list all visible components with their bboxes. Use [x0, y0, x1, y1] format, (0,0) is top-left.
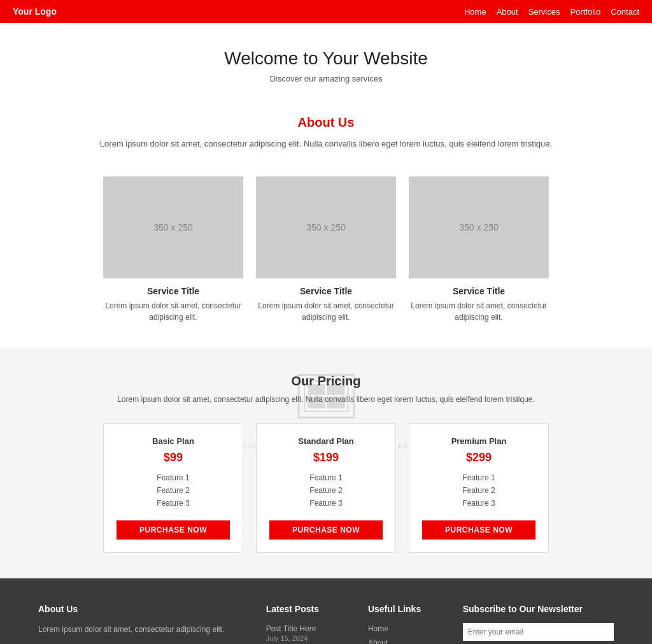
footer-useful-link[interactable]: Home	[368, 624, 388, 633]
plan-name-2: Premium Plan	[422, 436, 535, 446]
plan-name-1: Standard Plan	[269, 436, 383, 446]
pricing-feature: Feature 2	[422, 486, 535, 495]
footer-newsletter: Subscribe to Our Newsletter Subscribe	[463, 604, 614, 644]
nav-link-item[interactable]: Portfolio	[570, 6, 600, 17]
purchase-button-0[interactable]: PURCHASE NOW	[117, 520, 230, 540]
footer: About Us Lorem ipsum dolor sit amet, con…	[0, 578, 652, 644]
footer-posts-list: Post Title Here July 15, 2024 Another Po…	[266, 623, 327, 644]
pricing-grid: Basic Plan $99 Feature 1Feature 2Feature…	[38, 423, 614, 553]
footer-grid: About Us Lorem ipsum dolor sit amet, con…	[38, 604, 614, 644]
footer-about: About Us Lorem ipsum dolor sit amet, con…	[38, 604, 224, 644]
pricing-card: Standard Plan $199 Feature 1Feature 2Fea…	[256, 423, 396, 553]
nav-link[interactable]: About	[497, 7, 518, 17]
footer-links-heading: Useful Links	[368, 604, 421, 614]
nav-link[interactable]: Services	[528, 7, 560, 17]
footer-posts-heading: Latest Posts	[266, 604, 327, 614]
purchase-button-2[interactable]: PURCHASE NOW	[422, 520, 535, 540]
footer-link-item: Home	[368, 623, 421, 633]
nav-link[interactable]: Contact	[611, 7, 639, 17]
pricing-feature: Feature 1	[269, 473, 383, 482]
nav-link-item[interactable]: Services	[528, 6, 560, 17]
pricing-card: Premium Plan $299 Feature 1Feature 2Feat…	[409, 423, 549, 553]
hero-title: Welcome to Your Website	[13, 48, 639, 69]
plan-name-0: Basic Plan	[117, 436, 230, 446]
footer-post-link[interactable]: Post Title Here	[266, 624, 316, 633]
footer-post-item: Post Title Here July 15, 2024	[266, 623, 327, 642]
footer-links: Useful Links HomeAboutServicesContact	[368, 604, 421, 644]
plan-price-0: $99	[117, 451, 230, 464]
footer-about-heading: About Us	[38, 604, 224, 614]
service-card: 350 x 250 Service Title Lorem ipsum dolo…	[409, 176, 549, 323]
service-desc-2: Lorem ipsum dolor sit amet, consectetur …	[409, 300, 549, 323]
services-grid: 350 x 250 Service Title Lorem ipsum dolo…	[0, 164, 652, 348]
navbar: Your Logo HomeAboutServicesPortfolioCont…	[0, 0, 652, 23]
service-title-2: Service Title	[409, 286, 549, 296]
service-image-2: 350 x 250	[409, 176, 549, 278]
pricing-feature: Feature 1	[117, 473, 230, 482]
nav-link-item[interactable]: Home	[464, 6, 486, 17]
pricing-heading: Our Pricing	[38, 374, 614, 389]
about-body: Lorem ipsum dolor sit amet, consectetur …	[38, 138, 614, 151]
pricing-section: .website widgets VIDEOS, STOCK PLUGINS &…	[0, 348, 652, 578]
service-desc-0: Lorem ipsum dolor sit amet, consectetur …	[103, 300, 243, 323]
footer-about-body: Lorem ipsum dolor sit amet, consectetur …	[38, 623, 224, 636]
footer-links-list: HomeAboutServicesContact	[368, 623, 421, 644]
pricing-card: Basic Plan $99 Feature 1Feature 2Feature…	[103, 423, 243, 553]
pricing-feature: Feature 3	[422, 499, 535, 508]
newsletter-email-input[interactable]	[463, 623, 614, 641]
service-title-1: Service Title	[256, 286, 396, 296]
footer-useful-link[interactable]: About	[368, 638, 388, 644]
about-heading: About Us	[38, 115, 614, 130]
service-title-0: Service Title	[103, 286, 243, 296]
nav-link[interactable]: Portfolio	[570, 7, 600, 17]
footer-link-item: About	[368, 637, 421, 644]
purchase-button-1[interactable]: PURCHASE NOW	[269, 520, 383, 540]
footer-posts: Latest Posts Post Title Here July 15, 20…	[266, 604, 327, 644]
hero-section: Welcome to Your Website Discover our ama…	[0, 23, 652, 103]
nav-link[interactable]: Home	[464, 7, 486, 17]
pricing-feature: Feature 2	[269, 486, 383, 495]
pricing-subtitle: Lorem ipsum dolor sit amet, consectetur …	[38, 395, 614, 404]
pricing-feature: Feature 3	[269, 499, 383, 508]
footer-newsletter-heading: Subscribe to Our Newsletter	[463, 604, 614, 614]
plan-price-2: $299	[422, 451, 535, 464]
pricing-feature: Feature 1	[422, 473, 535, 482]
service-card: 350 x 250 Service Title Lorem ipsum dolo…	[256, 176, 396, 323]
service-card: 350 x 250 Service Title Lorem ipsum dolo…	[103, 176, 243, 323]
plan-price-1: $199	[269, 451, 383, 464]
about-section: About Us Lorem ipsum dolor sit amet, con…	[0, 103, 652, 164]
nav-link-item[interactable]: Contact	[611, 6, 639, 17]
service-image-0: 350 x 250	[103, 176, 243, 278]
nav-link-item[interactable]: About	[497, 6, 518, 17]
pricing-feature: Feature 2	[117, 486, 230, 495]
service-desc-1: Lorem ipsum dolor sit amet, consectetur …	[256, 300, 396, 323]
nav-logo: Your Logo	[13, 6, 57, 17]
hero-subtitle: Discover our amazing services	[13, 74, 639, 83]
nav-links: HomeAboutServicesPortfolioContact	[464, 6, 639, 17]
service-image-1: 350 x 250	[256, 176, 396, 278]
footer-post-date: July 15, 2024	[266, 634, 327, 642]
pricing-feature: Feature 3	[117, 499, 230, 508]
